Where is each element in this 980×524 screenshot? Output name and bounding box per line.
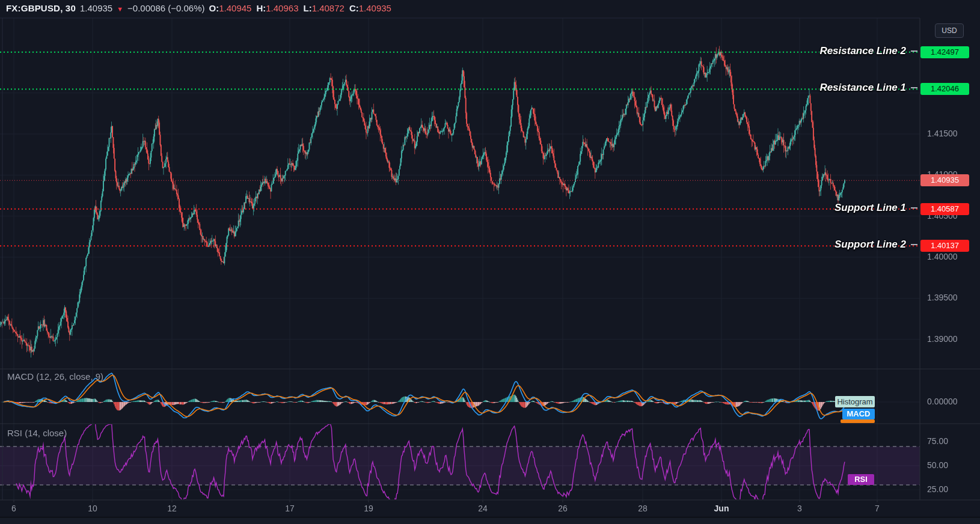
ohlc-value: 1.40935	[359, 3, 391, 13]
price-axis-label: 1.41500	[927, 129, 958, 138]
price-axis-label: 1.39500	[927, 293, 958, 302]
time-tick-label: 26	[558, 504, 568, 513]
ohlc-label: C:	[349, 3, 359, 13]
last-price-tag: 1.40935	[920, 174, 969, 186]
macd-zero-axis-label: 0.00000	[927, 397, 958, 406]
level-name-label[interactable]: Resistance Line 1	[819, 82, 917, 94]
legend-ohlc-values: O:1.40945H:1.40963L:1.40872C:1.40935	[209, 3, 391, 13]
level-name-label[interactable]: Support Line 2	[835, 239, 917, 251]
price-axis-label: 1.40000	[927, 252, 958, 261]
rsi-indicator-title[interactable]: RSI (14, close)	[7, 428, 67, 438]
ohlc-label: L:	[304, 3, 312, 13]
price-down-triangle-icon: ▼	[117, 5, 123, 13]
legend-ohlc-pair: H:1.40963	[256, 3, 298, 13]
time-tick-label: 17	[285, 504, 295, 513]
legend-change: −0.00086 (−0.06%)	[127, 3, 204, 13]
rsi-axis-label: 75.00	[927, 436, 948, 446]
level-price-tag: 1.42046	[920, 83, 969, 95]
legend-ohlc-pair: O:1.40945	[209, 3, 252, 13]
time-axis[interactable]	[0, 500, 920, 517]
ohlc-label: H:	[256, 3, 266, 13]
time-tick-label: Jun	[714, 504, 729, 513]
time-tick-label: 10	[88, 504, 97, 513]
legend-ohlc-pair: C:1.40935	[349, 3, 391, 13]
time-tick-label: 24	[478, 504, 488, 513]
macd-line-tag[interactable]: MACD	[842, 409, 875, 419]
time-tick-label: 28	[638, 504, 648, 513]
legend-last-price: 1.40935	[80, 3, 112, 13]
chart-window: FX:GBPUSD, 30 1.40935 ▼ −0.00086 (−0.06%…	[0, 0, 980, 524]
rsi-axis-label: 50.00	[927, 460, 948, 470]
time-tick-label: 6	[11, 504, 16, 513]
time-tick-label: 7	[875, 504, 880, 513]
price-chart-canvas[interactable]	[0, 0, 980, 524]
price-axis-label: 1.39000	[927, 334, 958, 344]
ohlc-value: 1.40872	[312, 3, 345, 13]
ohlc-label: O:	[209, 3, 219, 13]
time-tick-label: 3	[797, 504, 802, 513]
rsi-tag[interactable]: RSI	[848, 474, 874, 485]
level-price-tag: 1.40587	[920, 203, 969, 215]
time-tick-label: 19	[364, 504, 373, 513]
macd-signal-tag[interactable]	[841, 419, 875, 423]
currency-toggle-button[interactable]: USD	[935, 23, 964, 38]
legend-ohlc-pair: L:1.40872	[304, 3, 345, 13]
rsi-axis-label: 25.00	[927, 484, 948, 494]
time-tick-label: 12	[167, 504, 177, 513]
ohlc-value: 1.40963	[266, 3, 298, 13]
macd-histogram-tag[interactable]: Histogram	[835, 396, 875, 407]
level-price-tag: 1.40137	[920, 240, 969, 252]
symbol-title[interactable]: FX:GBPUSD, 30	[6, 3, 76, 13]
level-name-label[interactable]: Resistance Line 2	[819, 45, 917, 57]
ohlc-value: 1.40945	[219, 3, 251, 13]
symbol-legend: FX:GBPUSD, 30 1.40935 ▼ −0.00086 (−0.06%…	[6, 3, 391, 13]
level-name-label[interactable]: Support Line 1	[835, 202, 917, 214]
level-price-tag: 1.42497	[920, 46, 969, 58]
macd-indicator-title[interactable]: MACD (12, 26, close, 9)	[7, 371, 103, 382]
